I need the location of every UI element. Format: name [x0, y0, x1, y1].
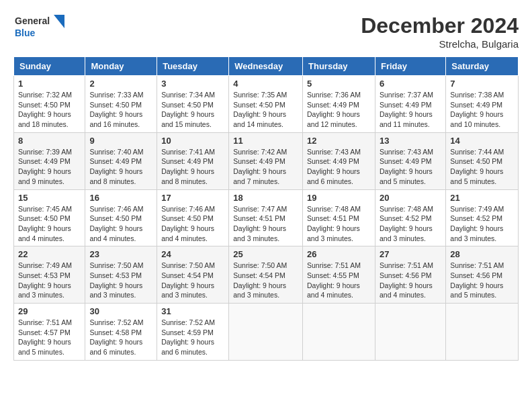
day-number: 25: [233, 249, 298, 259]
day-info: Sunrise: 7:43 AM Sunset: 4:49 PM Dayligh…: [307, 147, 371, 187]
day-number: 12: [307, 136, 371, 146]
calendar-cell: 30 Sunrise: 7:52 AM Sunset: 4:58 PM Dayl…: [85, 304, 157, 361]
calendar-cell: 16 Sunrise: 7:46 AM Sunset: 4:50 PM Dayl…: [85, 189, 157, 246]
calendar-cell: 10 Sunrise: 7:41 AM Sunset: 4:49 PM Dayl…: [157, 132, 229, 189]
day-info: Sunrise: 7:42 AM Sunset: 4:49 PM Dayligh…: [233, 147, 298, 187]
day-info: Sunrise: 7:50 AM Sunset: 4:54 PM Dayligh…: [233, 261, 298, 300]
calendar-cell: [446, 304, 519, 361]
day-info: Sunrise: 7:44 AM Sunset: 4:50 PM Dayligh…: [450, 147, 514, 187]
calendar-cell: 9 Sunrise: 7:40 AM Sunset: 4:49 PM Dayli…: [85, 132, 157, 189]
calendar-cell: 8 Sunrise: 7:39 AM Sunset: 4:49 PM Dayli…: [14, 132, 85, 189]
calendar-cell: 19 Sunrise: 7:48 AM Sunset: 4:51 PM Dayl…: [303, 189, 375, 246]
calendar-cell: 17 Sunrise: 7:46 AM Sunset: 4:50 PM Dayl…: [157, 189, 229, 246]
logo: General Blue: [13, 13, 67, 43]
day-info: Sunrise: 7:40 AM Sunset: 4:49 PM Dayligh…: [89, 147, 152, 187]
day-info: Sunrise: 7:51 AM Sunset: 4:56 PM Dayligh…: [380, 261, 441, 300]
col-monday: Monday: [85, 57, 157, 76]
day-info: Sunrise: 7:46 AM Sunset: 4:50 PM Dayligh…: [161, 204, 224, 244]
col-wednesday: Wednesday: [229, 57, 303, 76]
page-header: General Blue December 2024 Strelcha, Bul…: [13, 13, 519, 50]
calendar-cell: 15 Sunrise: 7:45 AM Sunset: 4:50 PM Dayl…: [14, 189, 85, 246]
day-number: 29: [18, 306, 81, 316]
calendar-week-row: 1 Sunrise: 7:32 AM Sunset: 4:50 PM Dayli…: [14, 76, 519, 133]
day-number: 22: [18, 249, 81, 259]
calendar-cell: 24 Sunrise: 7:50 AM Sunset: 4:54 PM Dayl…: [157, 246, 229, 304]
day-number: 2: [89, 79, 152, 89]
day-number: 8: [18, 136, 81, 146]
calendar-cell: 27 Sunrise: 7:51 AM Sunset: 4:56 PM Dayl…: [375, 246, 445, 304]
day-number: 15: [18, 193, 81, 203]
svg-text:General: General: [15, 15, 50, 26]
day-number: 18: [233, 193, 298, 203]
day-number: 26: [307, 249, 371, 259]
day-info: Sunrise: 7:34 AM Sunset: 4:50 PM Dayligh…: [161, 90, 224, 130]
calendar-cell: 4 Sunrise: 7:35 AM Sunset: 4:50 PM Dayli…: [229, 76, 303, 133]
day-info: Sunrise: 7:49 AM Sunset: 4:53 PM Dayligh…: [18, 261, 81, 300]
day-info: Sunrise: 7:52 AM Sunset: 4:59 PM Dayligh…: [161, 318, 224, 357]
day-info: Sunrise: 7:51 AM Sunset: 4:57 PM Dayligh…: [18, 318, 81, 357]
calendar-header-row: Sunday Monday Tuesday Wednesday Thursday…: [14, 57, 519, 76]
calendar-cell: 31 Sunrise: 7:52 AM Sunset: 4:59 PM Dayl…: [157, 304, 229, 361]
day-number: 10: [161, 136, 224, 146]
calendar-cell: 13 Sunrise: 7:43 AM Sunset: 4:49 PM Dayl…: [375, 132, 445, 189]
calendar-week-row: 8 Sunrise: 7:39 AM Sunset: 4:49 PM Dayli…: [14, 132, 519, 189]
day-info: Sunrise: 7:33 AM Sunset: 4:50 PM Dayligh…: [89, 90, 152, 130]
calendar-cell: 3 Sunrise: 7:34 AM Sunset: 4:50 PM Dayli…: [157, 76, 229, 133]
col-thursday: Thursday: [303, 57, 375, 76]
day-number: 17: [161, 193, 224, 203]
calendar-cell: 26 Sunrise: 7:51 AM Sunset: 4:55 PM Dayl…: [303, 246, 375, 304]
svg-marker-2: [54, 15, 64, 28]
day-info: Sunrise: 7:48 AM Sunset: 4:51 PM Dayligh…: [307, 204, 371, 244]
day-number: 1: [18, 79, 81, 89]
title-area: December 2024 Strelcha, Bulgaria: [361, 13, 519, 50]
day-number: 16: [89, 193, 152, 203]
day-info: Sunrise: 7:52 AM Sunset: 4:58 PM Dayligh…: [89, 318, 152, 357]
day-number: 21: [450, 193, 514, 203]
col-sunday: Sunday: [14, 57, 85, 76]
day-info: Sunrise: 7:32 AM Sunset: 4:50 PM Dayligh…: [18, 90, 81, 130]
calendar-cell: 22 Sunrise: 7:49 AM Sunset: 4:53 PM Dayl…: [14, 246, 85, 304]
day-info: Sunrise: 7:38 AM Sunset: 4:49 PM Dayligh…: [450, 90, 514, 130]
day-info: Sunrise: 7:51 AM Sunset: 4:56 PM Dayligh…: [450, 261, 514, 300]
calendar-cell: 11 Sunrise: 7:42 AM Sunset: 4:49 PM Dayl…: [229, 132, 303, 189]
calendar-cell: 7 Sunrise: 7:38 AM Sunset: 4:49 PM Dayli…: [446, 76, 519, 133]
calendar-table: Sunday Monday Tuesday Wednesday Thursday…: [13, 56, 519, 361]
location: Strelcha, Bulgaria: [361, 38, 519, 50]
calendar-cell: 18 Sunrise: 7:47 AM Sunset: 4:51 PM Dayl…: [229, 189, 303, 246]
calendar-cell: [375, 304, 445, 361]
calendar-cell: 5 Sunrise: 7:36 AM Sunset: 4:49 PM Dayli…: [303, 76, 375, 133]
day-info: Sunrise: 7:35 AM Sunset: 4:50 PM Dayligh…: [233, 90, 298, 130]
calendar-cell: 6 Sunrise: 7:37 AM Sunset: 4:49 PM Dayli…: [375, 76, 445, 133]
calendar-cell: [303, 304, 375, 361]
day-number: 6: [380, 79, 441, 89]
calendar-week-row: 15 Sunrise: 7:45 AM Sunset: 4:50 PM Dayl…: [14, 189, 519, 246]
day-info: Sunrise: 7:41 AM Sunset: 4:49 PM Dayligh…: [161, 147, 224, 187]
calendar-cell: 23 Sunrise: 7:50 AM Sunset: 4:53 PM Dayl…: [85, 246, 157, 304]
calendar-cell: 29 Sunrise: 7:51 AM Sunset: 4:57 PM Dayl…: [14, 304, 85, 361]
day-info: Sunrise: 7:45 AM Sunset: 4:50 PM Dayligh…: [18, 204, 81, 244]
logo-svg: General Blue: [13, 13, 67, 43]
day-number: 3: [161, 79, 224, 89]
calendar-cell: 14 Sunrise: 7:44 AM Sunset: 4:50 PM Dayl…: [446, 132, 519, 189]
day-number: 27: [380, 249, 441, 259]
day-info: Sunrise: 7:37 AM Sunset: 4:49 PM Dayligh…: [380, 90, 441, 130]
calendar-cell: 12 Sunrise: 7:43 AM Sunset: 4:49 PM Dayl…: [303, 132, 375, 189]
calendar-cell: 2 Sunrise: 7:33 AM Sunset: 4:50 PM Dayli…: [85, 76, 157, 133]
col-saturday: Saturday: [446, 57, 519, 76]
day-info: Sunrise: 7:47 AM Sunset: 4:51 PM Dayligh…: [233, 204, 298, 244]
day-number: 31: [161, 306, 224, 316]
day-info: Sunrise: 7:49 AM Sunset: 4:52 PM Dayligh…: [450, 204, 514, 244]
calendar-week-row: 29 Sunrise: 7:51 AM Sunset: 4:57 PM Dayl…: [14, 304, 519, 361]
day-info: Sunrise: 7:43 AM Sunset: 4:49 PM Dayligh…: [380, 147, 441, 187]
day-info: Sunrise: 7:50 AM Sunset: 4:54 PM Dayligh…: [161, 261, 224, 300]
day-number: 23: [89, 249, 152, 259]
calendar-cell: 1 Sunrise: 7:32 AM Sunset: 4:50 PM Dayli…: [14, 76, 85, 133]
day-info: Sunrise: 7:39 AM Sunset: 4:49 PM Dayligh…: [18, 147, 81, 187]
day-number: 19: [307, 193, 371, 203]
col-friday: Friday: [375, 57, 445, 76]
day-number: 24: [161, 249, 224, 259]
day-number: 14: [450, 136, 514, 146]
calendar-cell: [229, 304, 303, 361]
calendar-cell: 28 Sunrise: 7:51 AM Sunset: 4:56 PM Dayl…: [446, 246, 519, 304]
day-info: Sunrise: 7:51 AM Sunset: 4:55 PM Dayligh…: [307, 261, 371, 300]
